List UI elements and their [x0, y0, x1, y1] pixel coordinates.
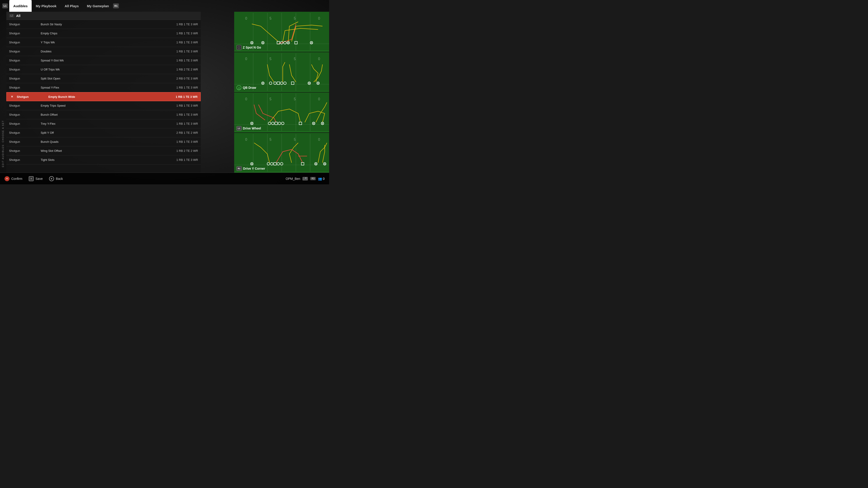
personnel-label: 1 RB 1 TE 3 WR: [176, 158, 198, 162]
play-name: Spread Y-Slot Wk: [41, 59, 176, 62]
play-row[interactable]: ShotgunTight Slots1 RB 1 TE 3 WR: [6, 156, 201, 164]
play-list[interactable]: ShotgunBunch Str Nasty1 RB 1 TE 3 WRShot…: [6, 20, 201, 173]
personnel-label: 1 RB 1 TE 3 WR: [176, 32, 198, 35]
svg-text:5: 5: [294, 97, 296, 101]
svg-text:0: 0: [318, 137, 320, 141]
confirm-action[interactable]: ✕ Confirm: [4, 176, 22, 181]
play-name: U Off Trips Wk: [41, 68, 176, 71]
triangle-button-badge: △: [237, 85, 241, 90]
svg-text:0: 0: [245, 137, 247, 141]
tab-my-gameplan[interactable]: My Gameplan: [83, 0, 113, 12]
play-row[interactable]: ShotgunY Trips Wk1 RB 1 TE 3 WR: [6, 38, 201, 47]
formation-name: Shotgun: [9, 131, 41, 134]
r1-badge[interactable]: R1: [113, 3, 119, 8]
personnel-label: 1 RB 1 TE 3 WR: [176, 41, 198, 44]
square-button-badge: □: [237, 45, 241, 50]
svg-text:5: 5: [294, 17, 296, 20]
play-name: Empty Bunch Wide: [49, 95, 176, 98]
tab-audibles[interactable]: Audibles: [9, 0, 32, 12]
formation-name: Shotgun: [9, 32, 41, 35]
play-row[interactable]: ShotgunSplit Y Off2 RB 1 TE 2 WR: [6, 128, 201, 137]
svg-text:5: 5: [270, 137, 272, 141]
friend-count: 👥 0: [318, 177, 324, 181]
personnel-label: 1 RB 1 TE 3 WR: [176, 86, 198, 89]
all-header: L2 All: [6, 12, 201, 20]
play-name: Trey Y-Flex: [41, 122, 176, 125]
back-icon: ⊙: [49, 176, 54, 181]
user-info: OPM_Ben 🎤 R3 👥 0: [286, 177, 324, 181]
personnel-label: 1 RB 1 TE 3 WR: [176, 104, 198, 107]
personnel-label: 2 RB 1 TE 2 WR: [176, 131, 198, 134]
l1-button-badge: L1: [237, 126, 242, 131]
play-row[interactable]: ✕ShotgunEmpty Bunch Wide1 RB 1 TE 3 WR: [6, 92, 201, 101]
personnel-label: 1 RB 2 TE 2 WR: [176, 68, 198, 71]
play-name: Wing Slot Offset: [41, 149, 176, 153]
back-label: Back: [56, 177, 63, 181]
mic-icon: 🎤: [303, 177, 308, 181]
play-row[interactable]: ShotgunSpread Y-Slot Wk1 RB 1 TE 3 WR: [6, 56, 201, 65]
play-card-label: △QB Draw: [237, 85, 256, 90]
tab-all-plays[interactable]: All Plays: [61, 0, 83, 12]
play-row[interactable]: ShotgunEmpty Trips Speed1 RB 1 TE 3 WR: [6, 101, 201, 110]
personnel-label: 1 RB 1 TE 3 WR: [176, 113, 198, 116]
formation-name: Shotgun: [17, 95, 49, 98]
personnel-label: 1 RB 1 TE 3 WR: [176, 95, 197, 98]
personnel-label: 1 RB 1 TE 3 WR: [176, 23, 198, 26]
play-name: Bunch Offset: [41, 113, 176, 116]
play-card-label: L1Drive Wheel: [237, 126, 261, 131]
confirm-icon: ✕: [4, 176, 9, 181]
play-row[interactable]: ShotgunTrey Y-Flex1 RB 1 TE 3 WR: [6, 119, 201, 128]
personnel-label: 1 RB 1 TE 3 WR: [176, 122, 198, 125]
play-row[interactable]: ShotgunBunch Str Nasty1 RB 1 TE 3 WR: [6, 20, 201, 29]
play-list-panel: L2 All ShotgunBunch Str Nasty1 RB 1 TE 3…: [6, 12, 201, 173]
play-name: Split Y Off: [41, 131, 176, 134]
r1-button-badge: R1: [237, 166, 242, 171]
play-row[interactable]: ShotgunSplit Slot Open2 RB 0 TE 3 WR: [6, 74, 201, 83]
play-row[interactable]: ShotgunBunch Offset1 RB 1 TE 3 WR: [6, 110, 201, 119]
play-name: Bunch Quads: [41, 140, 176, 143]
play-row[interactable]: ShotgunWing Slot Offset1 RB 2 TE 2 WR: [6, 147, 201, 156]
play-cards-panel: 0550□Z Spot N Go0550△QB Draw0550L1Drive …: [234, 12, 329, 173]
save-label: Save: [35, 177, 43, 181]
play-row[interactable]: ShotgunDoubles1 RB 1 TE 3 WR: [6, 47, 201, 56]
play-row[interactable]: ShotgunSpread Y-Flex1 RB 1 TE 3 WR: [6, 83, 201, 92]
play-row[interactable]: ShotgunU Off Trips Wk1 RB 2 TE 2 WR: [6, 65, 201, 74]
formation-name: Shotgun: [9, 113, 41, 116]
personnel-label: 1 RB 2 TE 2 WR: [176, 149, 198, 153]
r3-badge: R3: [310, 177, 316, 180]
sidebar-label: EDIT AUDIBLES: CHOOSE A SET: [2, 13, 4, 167]
l2-badge: L2: [9, 14, 14, 18]
play-card[interactable]: 0550□Z Spot N Go: [234, 12, 329, 52]
play-row[interactable]: ShotgunBunch Quads1 RB 1 TE 3 WR: [6, 137, 201, 147]
svg-text:5: 5: [294, 137, 296, 141]
tab-my-playbook[interactable]: My Playbook: [32, 0, 61, 12]
play-row[interactable]: ShotgunEmpty Chips1 RB 1 TE 3 WR: [6, 29, 201, 38]
svg-text:5: 5: [294, 57, 296, 61]
play-card[interactable]: 0550R1Drive Y Corner: [234, 133, 329, 173]
formation-name: Shotgun: [9, 23, 41, 26]
play-card[interactable]: 0550△QB Draw: [234, 52, 329, 92]
svg-text:0: 0: [245, 57, 247, 61]
personnel-label: 2 RB 0 TE 3 WR: [176, 77, 198, 80]
save-action[interactable]: ≡ Save: [29, 176, 43, 181]
l1-badge[interactable]: L1: [2, 3, 8, 8]
selected-icon: ✕: [9, 94, 14, 99]
formation-name: Shotgun: [9, 50, 41, 53]
formation-name: Shotgun: [9, 104, 41, 107]
back-action[interactable]: ⊙ Back: [49, 176, 63, 181]
play-name: Doubles: [41, 50, 176, 53]
confirm-label: Confirm: [11, 177, 22, 181]
play-name: Split Slot Open: [41, 77, 176, 80]
play-name: Empty Trips Speed: [41, 104, 176, 107]
svg-text:0: 0: [318, 57, 320, 61]
formation-name: Shotgun: [9, 41, 41, 44]
all-label: All: [16, 14, 20, 18]
play-card-name: Drive Wheel: [243, 127, 261, 130]
formation-name: Shotgun: [9, 68, 41, 71]
play-name: Bunch Str Nasty: [41, 23, 176, 26]
play-card[interactable]: 0550L1Drive Wheel: [234, 92, 329, 132]
username: OPM_Ben: [286, 177, 301, 181]
play-card-label: □Z Spot N Go: [237, 45, 261, 50]
play-name: Spread Y-Flex: [41, 86, 176, 89]
formation-name: Shotgun: [9, 140, 41, 143]
